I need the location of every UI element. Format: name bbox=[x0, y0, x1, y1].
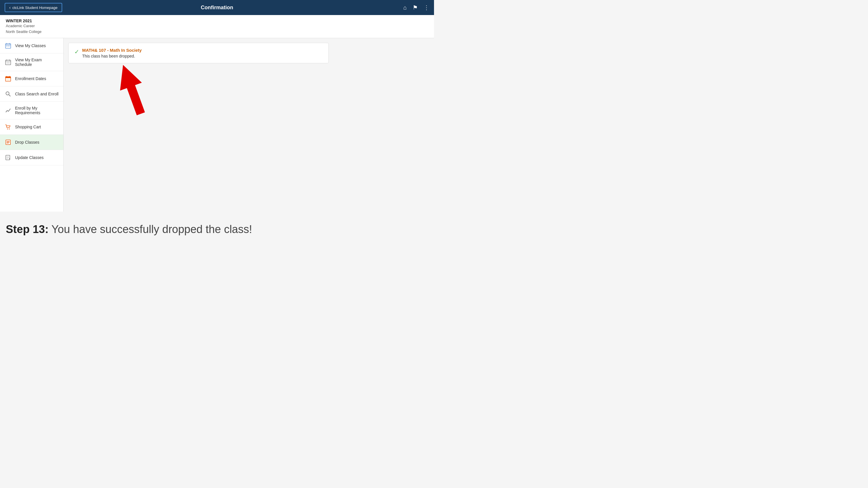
back-button[interactable]: ‹ ctcLink Student Homepage bbox=[5, 3, 62, 12]
sidebar-item-drop-classes[interactable]: Drop Classes bbox=[0, 135, 63, 150]
exam-calendar-icon bbox=[5, 59, 11, 66]
step-instruction: Step 13: You have successfully dropped t… bbox=[0, 212, 434, 241]
arrow-annotation bbox=[68, 63, 329, 121]
sidebar-label-class-search-enroll: Class Search and Enroll bbox=[15, 92, 58, 96]
term-info: WINTER 2021 Academic Career North Seattl… bbox=[0, 15, 434, 38]
home-icon[interactable]: ⌂ bbox=[403, 4, 407, 11]
page-title: Confirmation bbox=[201, 5, 233, 11]
enrollment-calendar-icon bbox=[5, 75, 11, 82]
search-icon bbox=[5, 91, 11, 97]
sidebar-item-update-classes[interactable]: Update Classes bbox=[0, 150, 63, 165]
sidebar: View My Classes View My Exam Schedule bbox=[0, 38, 64, 212]
svg-rect-4 bbox=[6, 46, 7, 46]
svg-point-18 bbox=[6, 92, 9, 95]
back-button-label: ctcLink Student Homepage bbox=[12, 5, 58, 10]
sidebar-item-view-exam-schedule[interactable]: View My Exam Schedule bbox=[0, 54, 63, 71]
sidebar-item-shopping-cart[interactable]: Shopping Cart bbox=[0, 120, 63, 135]
sidebar-label-drop-classes: Drop Classes bbox=[15, 140, 39, 144]
sidebar-label-shopping-cart: Shopping Cart bbox=[15, 125, 41, 129]
sidebar-label-view-my-classes: View My Classes bbox=[15, 43, 46, 48]
header-actions: ⌂ ⚑ ⋮ bbox=[403, 4, 429, 11]
svg-rect-5 bbox=[8, 46, 9, 46]
confirmation-card: ✓ MATH& 107 - Math In Society This class… bbox=[68, 43, 329, 63]
svg-rect-6 bbox=[9, 46, 10, 46]
svg-point-20 bbox=[7, 129, 8, 130]
sidebar-item-enrollment-dates[interactable]: Enrollment Dates bbox=[0, 71, 63, 87]
sidebar-label-enrollment-dates: Enrollment Dates bbox=[15, 76, 46, 81]
main-layout: View My Classes View My Exam Schedule bbox=[0, 38, 434, 212]
app-header: ‹ ctcLink Student Homepage Confirmation … bbox=[0, 0, 434, 15]
sidebar-item-enroll-by-requirements[interactable]: Enroll by My Requirements bbox=[0, 102, 63, 120]
card-content: MATH& 107 - Math In Society This class h… bbox=[82, 48, 142, 58]
calendar-icon bbox=[5, 42, 11, 49]
academic-career: Academic Career bbox=[6, 23, 428, 29]
sidebar-item-class-search-enroll[interactable]: Class Search and Enroll bbox=[0, 87, 63, 102]
svg-marker-30 bbox=[115, 63, 149, 116]
svg-line-19 bbox=[9, 95, 11, 97]
sidebar-item-view-my-classes[interactable]: View My Classes bbox=[0, 38, 63, 54]
cart-icon bbox=[5, 124, 11, 130]
chart-icon bbox=[5, 107, 11, 114]
flag-icon[interactable]: ⚑ bbox=[412, 4, 418, 11]
term-name: WINTER 2021 bbox=[6, 19, 428, 23]
step-label: Step 13: bbox=[6, 223, 49, 235]
svg-rect-14 bbox=[5, 76, 11, 78]
edit-icon bbox=[5, 154, 11, 161]
college-name: North Seattle College bbox=[6, 29, 428, 35]
red-arrow-icon bbox=[115, 63, 149, 116]
svg-point-21 bbox=[9, 129, 10, 130]
class-title: MATH& 107 - Math In Society bbox=[82, 48, 142, 53]
chevron-left-icon: ‹ bbox=[9, 5, 11, 10]
step-text: You have successfully dropped the class! bbox=[52, 223, 252, 235]
svg-rect-17 bbox=[6, 79, 10, 80]
more-options-icon[interactable]: ⋮ bbox=[424, 4, 429, 11]
sidebar-label-enroll-by-requirements: Enroll by My Requirements bbox=[15, 106, 59, 115]
content-area: ✓ MATH& 107 - Math In Society This class… bbox=[64, 38, 434, 212]
class-status: This class has been dropped. bbox=[82, 54, 142, 58]
sidebar-label-update-classes: Update Classes bbox=[15, 155, 44, 160]
drop-classes-icon bbox=[5, 139, 11, 146]
sidebar-label-view-exam-schedule: View My Exam Schedule bbox=[15, 58, 59, 67]
success-check-icon: ✓ bbox=[74, 48, 79, 55]
